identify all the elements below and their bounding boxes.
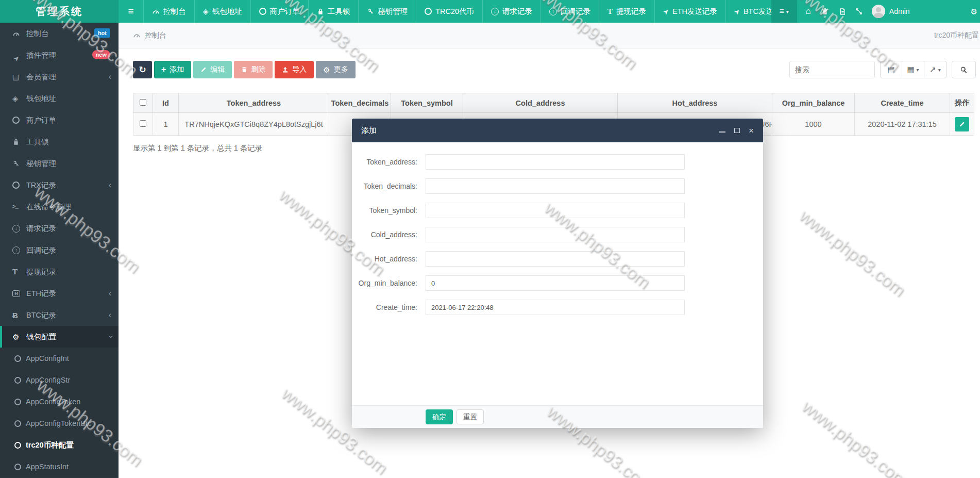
sidebar-item-trx-log[interactable]: TRX记录‹: [0, 174, 119, 196]
circle-icon: [14, 464, 21, 470]
org-min-balance-input[interactable]: [426, 275, 685, 291]
sidebar-item-key-management[interactable]: 秘钥管理: [0, 153, 119, 174]
minimize-icon[interactable]: [719, 128, 725, 133]
sidebar-item-online-command[interactable]: >_在线命令管理: [0, 196, 119, 218]
sidebar-subitem-appconfigint[interactable]: AppConfigInt: [0, 348, 119, 369]
delete-button[interactable]: 删除: [234, 61, 273, 78]
nav-item-wallet-address[interactable]: ◈钱包地址: [194, 0, 250, 23]
column-header-cold-address: Cold_address: [463, 93, 618, 113]
sidebar-item-label: 会员管理: [26, 72, 56, 82]
sidebar-item-dashboard[interactable]: 控制台hot: [0, 23, 119, 44]
dialog-header[interactable]: 添加 ×: [352, 119, 763, 142]
field-label: Create_time:: [352, 303, 417, 311]
row-edit-button[interactable]: [955, 117, 969, 131]
delete-button-label: 删除: [251, 65, 265, 74]
text-icon: T: [12, 268, 26, 276]
app-logo: 管理系统: [0, 0, 119, 23]
token-symbol-input[interactable]: [426, 203, 685, 218]
wallet-config-submenu: AppConfigInt AppConfigStr AppConfigToken…: [0, 348, 119, 477]
sidebar-subitem-appstatusint[interactable]: AppStatusInt: [0, 456, 119, 477]
nav-item-dashboard[interactable]: 控制台: [143, 0, 194, 23]
settings-button[interactable]: ⚙: [971, 8, 977, 15]
sidebar-subitem-appconfigtokenbtc[interactable]: AppConfigTokenBtc: [0, 413, 119, 434]
hamburger-icon: ≡: [779, 7, 784, 16]
current-page-tab[interactable]: trc20币种配置: [934, 31, 979, 40]
nav-item-trc20-token[interactable]: TRC20代币: [416, 0, 482, 23]
clear-trash-button[interactable]: [821, 8, 829, 15]
home-button[interactable]: ⌂: [806, 6, 811, 17]
lock-icon: [12, 138, 26, 145]
confirm-button[interactable]: 确定: [426, 409, 453, 424]
sidebar-item-btc-log[interactable]: ɃBTC记录‹: [0, 304, 119, 326]
sidebar-item-callback-log[interactable]: ↑回调记录: [0, 239, 119, 261]
avatar[interactable]: [872, 5, 885, 18]
detail-view-button[interactable]: ▤: [880, 61, 902, 78]
select-all-checkbox[interactable]: [140, 99, 146, 106]
column-header-token-symbol: Token_symbol: [391, 93, 463, 113]
sidebar-item-tool-lock[interactable]: 工具锁: [0, 131, 119, 153]
chevron-left-icon: ‹: [109, 73, 111, 81]
row-checkbox[interactable]: [140, 120, 146, 127]
column-header-org-min-balance: Org_min_balance: [772, 93, 855, 113]
send-icon: ➤: [662, 7, 670, 16]
cell-id: 1: [153, 113, 179, 136]
column-header-id: Id: [153, 93, 179, 113]
sidebar-item-wallet-config[interactable]: ⚙钱包配置‹: [0, 326, 119, 348]
nav-item-request-log[interactable]: ↓请求记录: [482, 0, 540, 23]
nav-item-label: 回调记录: [561, 7, 590, 17]
sidebar-item-wallet-address[interactable]: ◈钱包地址: [0, 88, 119, 109]
nav-menu-dropdown-button[interactable]: ≡▾: [771, 0, 797, 23]
search-input[interactable]: [789, 61, 875, 78]
nav-item-withdraw-log[interactable]: T提现记录: [599, 0, 654, 23]
clear-cache-button[interactable]: [839, 8, 846, 15]
close-icon[interactable]: ×: [749, 127, 754, 134]
sidebar-item-request-log[interactable]: ↓请求记录: [0, 218, 119, 239]
sidebar-item-label: trc20币种配置: [26, 440, 74, 450]
edit-button[interactable]: 编辑: [193, 61, 232, 78]
cell-org-min-balance: 1000: [772, 113, 855, 136]
sidebar-subitem-trc20-coin-config[interactable]: trc20币种配置: [0, 434, 119, 456]
nav-item-label: 请求记录: [502, 7, 532, 17]
sidebar-item-plugins[interactable]: ➤插件管理new: [0, 44, 119, 66]
refresh-button[interactable]: ↻: [133, 61, 152, 78]
hot-address-input[interactable]: [426, 251, 685, 267]
user-name[interactable]: Admin: [889, 7, 910, 15]
document-refresh-icon: [839, 8, 846, 15]
add-button-label: 添加: [170, 65, 184, 74]
token-decimals-input[interactable]: [426, 178, 685, 194]
create-time-input[interactable]: [426, 300, 685, 315]
maximize-icon[interactable]: [734, 128, 740, 133]
reset-button[interactable]: 重置: [457, 409, 484, 424]
nav-item-merchant-orders[interactable]: 商户订单: [250, 0, 308, 23]
sidebar-item-label: 在线命令管理: [26, 202, 71, 212]
columns-button[interactable]: ▦▾: [902, 61, 924, 78]
field-create-time: Create_time:: [352, 300, 763, 315]
sidebar-subitem-appconfigtoken[interactable]: AppConfigToken: [0, 391, 119, 413]
caret-down-icon: ▾: [938, 67, 941, 73]
sidebar-item-withdraw-log[interactable]: T提现记录: [0, 261, 119, 283]
sidebar-item-eth-log[interactable]: HETH记录‹: [0, 283, 119, 304]
nav-item-tool-lock[interactable]: 工具锁: [308, 0, 359, 23]
sidebar-item-label: BTC记录: [26, 310, 56, 320]
chevron-down-icon: ‹: [106, 335, 114, 338]
nav-item-eth-send-log[interactable]: ➤ETH发送记录: [654, 0, 725, 23]
import-button[interactable]: 导入: [275, 61, 314, 78]
export-button[interactable]: ↗▾: [924, 61, 947, 78]
nav-item-callback-log[interactable]: ↑回调记录: [540, 0, 599, 23]
search-button[interactable]: [952, 61, 976, 78]
sidebar-item-label: TRX记录: [26, 180, 56, 190]
sidebar-item-label: 秘钥管理: [26, 159, 56, 169]
token-address-input[interactable]: [426, 154, 685, 170]
sidebar-subitem-appconfigstr[interactable]: AppConfigStr: [0, 369, 119, 391]
cell-create-time: 2020-11-02 17:31:15: [855, 113, 950, 136]
nav-item-key-management[interactable]: 秘钥管理: [358, 0, 416, 23]
fullscreen-button[interactable]: [855, 8, 863, 15]
add-button[interactable]: +添加: [154, 61, 191, 78]
sidebar-item-members[interactable]: ▤会员管理‹: [0, 66, 119, 88]
sidebar-toggle-button[interactable]: ≡: [119, 0, 143, 23]
breadcrumb-item[interactable]: 控制台: [145, 31, 166, 40]
cold-address-input[interactable]: [426, 227, 685, 242]
more-button[interactable]: ⚙更多: [316, 61, 355, 78]
hamburger-icon: ≡: [128, 6, 133, 17]
sidebar-item-merchant-orders[interactable]: 商户订单: [0, 109, 119, 131]
